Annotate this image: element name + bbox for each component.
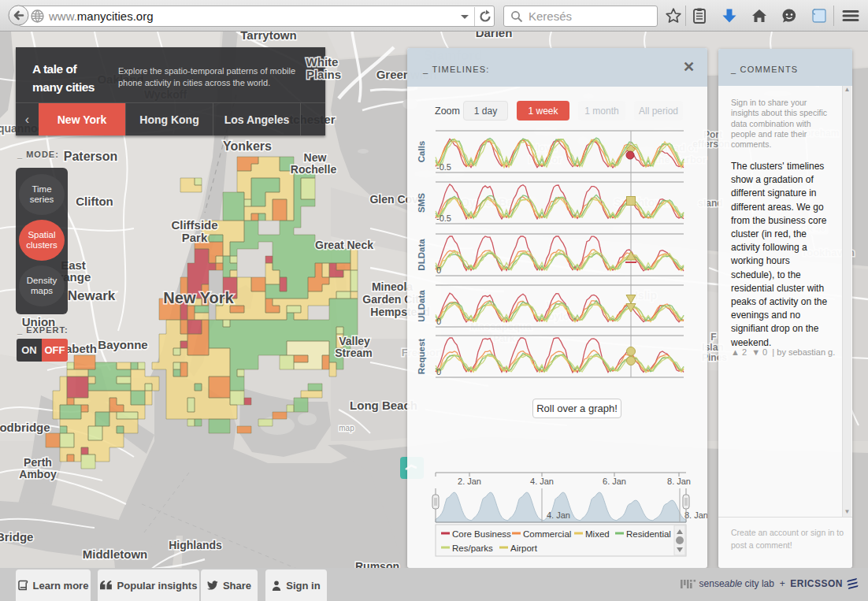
svg-text:8. Jan: 8. Jan	[684, 510, 707, 520]
svg-text:Calls: Calls	[417, 141, 426, 163]
svg-text:Middletown: Middletown	[83, 547, 148, 561]
svg-text:4. Jan: 4. Jan	[547, 510, 570, 520]
svg-text:Bayonne: Bayonne	[98, 338, 147, 351]
svg-text:Valley: Valley	[339, 335, 370, 347]
svg-text:Paterson: Paterson	[64, 150, 117, 163]
svg-text:0: 0	[436, 317, 441, 326]
svg-text:ULData: ULData	[417, 290, 426, 322]
svg-text:Mixed: Mixed	[585, 529, 610, 539]
svg-text:Yonkers: Yonkers	[223, 139, 272, 153]
svg-text:8. Jan: 8. Jan	[667, 477, 691, 486]
svg-text:-0.5: -0.5	[436, 213, 451, 223]
svg-text:0: 0	[436, 367, 441, 377]
svg-text:Rochelle: Rochelle	[291, 163, 337, 176]
svg-text:Park: Park	[182, 231, 208, 244]
svg-text:New: New	[304, 151, 327, 164]
svg-text:6. Jan: 6. Jan	[603, 477, 626, 486]
svg-text:SMS: SMS	[417, 193, 426, 213]
svg-text:Tarrytown: Tarrytown	[240, 32, 296, 42]
svg-text:Res/parks: Res/parks	[452, 543, 493, 553]
svg-text:0: 0	[436, 265, 441, 275]
svg-text:Cliffside: Cliffside	[171, 218, 217, 232]
svg-text:Commercial: Commercial	[523, 529, 571, 539]
svg-text:F: F	[710, 332, 716, 343]
svg-text:Clifton: Clifton	[76, 195, 113, 208]
svg-text:Residential: Residential	[626, 529, 671, 539]
svg-text:Stream: Stream	[335, 347, 372, 359]
svg-text:DLData: DLData	[417, 239, 426, 271]
svg-text:Perth: Perth	[24, 456, 52, 469]
svg-text:-0.5: -0.5	[436, 162, 451, 172]
svg-text:Newark: Newark	[68, 288, 116, 303]
svg-text:Airport: Airport	[510, 543, 538, 553]
svg-text:Request: Request	[417, 339, 426, 375]
svg-text:d Bridge: d Bridge	[0, 530, 33, 543]
svg-text:Core Business: Core Business	[452, 529, 511, 539]
svg-text:New York: New York	[163, 289, 234, 306]
svg-text:map: map	[339, 424, 354, 432]
svg-text:Highlands: Highlands	[169, 539, 222, 551]
svg-text:4. Jan: 4. Jan	[530, 477, 554, 486]
svg-text:White: White	[306, 55, 339, 69]
svg-text:Amboy: Amboy	[19, 468, 57, 480]
svg-text:Darien: Darien	[476, 32, 513, 39]
svg-text:Great Neck: Great Neck	[315, 239, 373, 251]
svg-text:Woodbridge: Woodbridge	[0, 421, 50, 434]
svg-text:2. Jan: 2. Jan	[458, 477, 481, 486]
svg-text:Plains: Plains	[306, 68, 341, 81]
